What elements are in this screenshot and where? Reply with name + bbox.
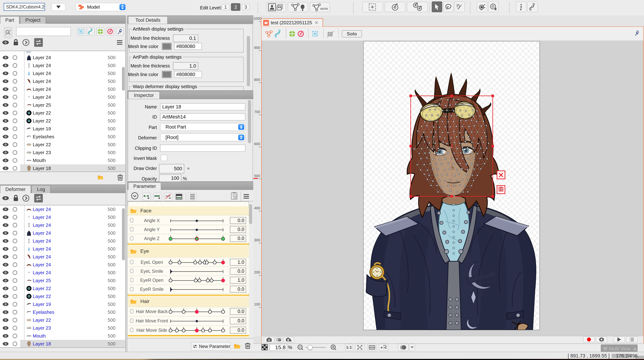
svg-text:AUTO: AUTO [320,7,328,10]
